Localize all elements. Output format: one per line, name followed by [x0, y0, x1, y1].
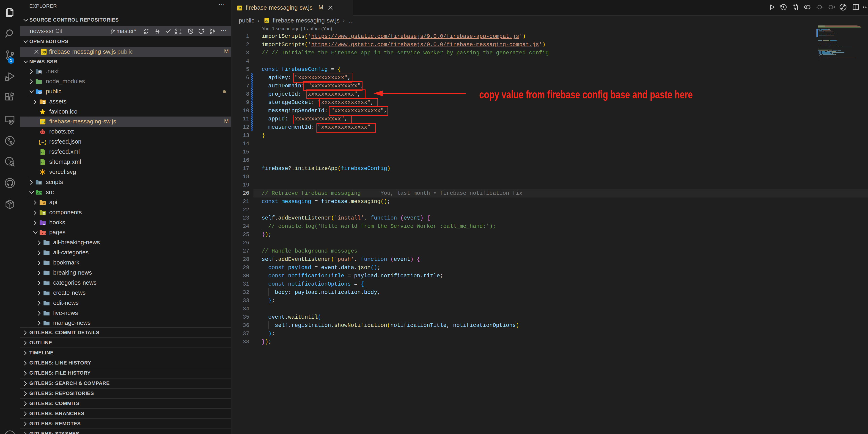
svg-text:#: #: [43, 201, 45, 205]
svg-text:<>: <>: [41, 151, 44, 154]
svg-text:JS: JS: [42, 51, 46, 54]
svg-text:</>: </>: [37, 192, 42, 195]
svg-text:<>: <>: [41, 161, 44, 165]
svg-text:<>: <>: [42, 232, 46, 235]
svg-text:JS: JS: [265, 20, 268, 22]
svg-text:N: N: [39, 71, 41, 74]
svg-text:JS: JS: [238, 7, 242, 10]
svg-text:JS: JS: [41, 120, 45, 124]
